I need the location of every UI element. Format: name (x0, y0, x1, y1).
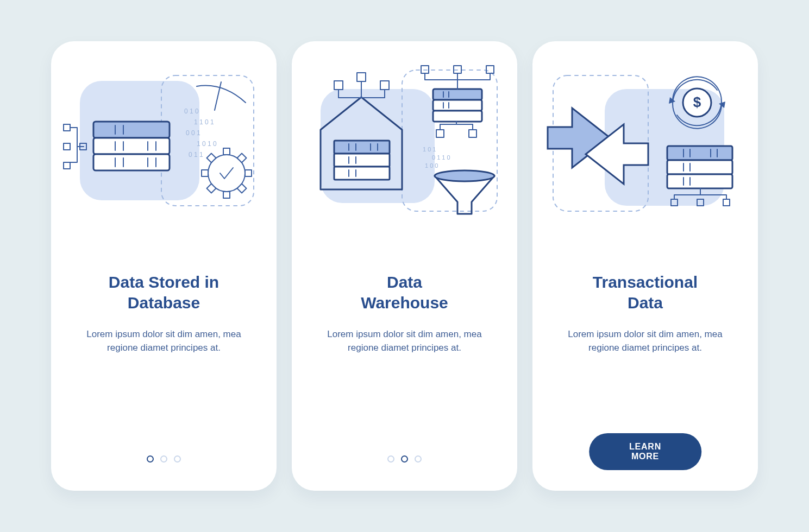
svg-text:0 0 1: 0 0 1 (186, 129, 200, 137)
illustration-warehouse: 1 0 1 0 1 1 0 1 0 0 (292, 41, 517, 239)
illustration-database: 0 1 0 1 1 0 1 0 0 1 1 0 1 0 0 1 1 (51, 41, 277, 239)
card-title: Transactional Data (571, 272, 719, 313)
svg-rect-36 (334, 154, 390, 167)
svg-text:$: $ (693, 94, 701, 110)
pager-dot-3[interactable] (174, 455, 181, 463)
svg-rect-35 (334, 141, 390, 154)
card-title: Data Warehouse (339, 272, 470, 313)
warehouse-icon: 1 0 1 0 1 1 0 1 0 0 (304, 59, 505, 222)
svg-rect-59 (436, 130, 444, 137)
svg-text:0 1 0: 0 1 0 (184, 107, 199, 115)
svg-rect-72 (667, 160, 732, 174)
svg-text:1 0 1: 1 0 1 (423, 146, 436, 153)
svg-rect-30 (206, 183, 216, 193)
svg-rect-6 (93, 122, 170, 138)
svg-rect-8 (93, 154, 170, 170)
svg-rect-73 (667, 174, 732, 188)
page-indicator (51, 455, 277, 463)
svg-rect-4 (64, 162, 70, 169)
svg-rect-25 (223, 148, 230, 155)
svg-rect-3 (64, 143, 70, 150)
svg-point-64 (435, 170, 494, 181)
svg-rect-26 (223, 192, 230, 198)
svg-rect-37 (334, 167, 390, 180)
onboarding-card-1: 0 1 0 1 1 0 1 0 0 1 1 0 1 0 0 1 1 (51, 41, 277, 491)
svg-text:1 0 1 0: 1 0 1 0 (197, 140, 217, 148)
svg-rect-51 (433, 111, 482, 122)
page-indicator (292, 455, 517, 463)
transaction-icon: $ (545, 59, 746, 222)
svg-rect-2 (64, 124, 70, 131)
svg-rect-49 (433, 89, 482, 100)
pager-dot-2[interactable] (160, 455, 167, 463)
card-body: Lorem ipsum dolor sit dim amen, mea regi… (532, 328, 758, 354)
svg-rect-47 (357, 73, 366, 81)
onboarding-card-3: $ Transactional Data Lorem ipsum dolor s… (532, 41, 758, 491)
svg-text:0 1 1: 0 1 1 (189, 151, 203, 159)
svg-rect-48 (380, 81, 389, 90)
pager-dot-1[interactable] (387, 455, 394, 463)
pager-dot-1[interactable] (147, 455, 154, 463)
svg-rect-7 (93, 138, 170, 154)
svg-rect-31 (206, 153, 216, 162)
pager-dot-3[interactable] (415, 455, 422, 463)
pager-dot-2[interactable] (401, 455, 408, 463)
onboarding-card-2: 1 0 1 0 1 1 0 1 0 0 Data Warehouse Lorem… (292, 41, 517, 491)
svg-rect-71 (667, 146, 732, 160)
card-body: Lorem ipsum dolor sit dim amen, mea regi… (292, 328, 517, 354)
svg-rect-46 (334, 81, 343, 90)
card-title: Data Stored in Database (87, 272, 241, 313)
svg-text:1 0 0: 1 0 0 (425, 162, 438, 169)
svg-rect-27 (202, 170, 208, 176)
svg-rect-60 (469, 130, 476, 137)
svg-rect-50 (433, 100, 482, 111)
learn-more-button[interactable]: LEARN MORE (589, 433, 702, 470)
svg-text:0 1 1 0: 0 1 1 0 (432, 154, 450, 161)
illustration-transactional: $ (532, 41, 758, 239)
svg-rect-28 (245, 170, 252, 176)
database-icon: 0 1 0 1 1 0 1 0 0 1 1 0 1 0 0 1 1 (64, 59, 265, 222)
svg-text:1 1 0 1: 1 1 0 1 (194, 118, 214, 126)
card-body: Lorem ipsum dolor sit dim amen, mea regi… (51, 328, 277, 354)
svg-rect-29 (237, 153, 246, 162)
svg-rect-32 (237, 183, 246, 193)
svg-rect-58 (486, 66, 494, 73)
svg-rect-84 (723, 199, 730, 206)
